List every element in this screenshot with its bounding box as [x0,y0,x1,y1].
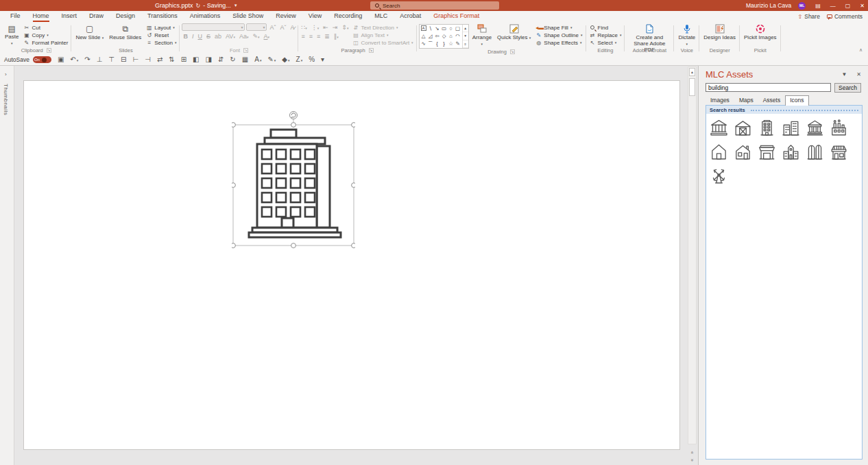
increase-indent-icon[interactable]: ⇥ [331,24,339,31]
tab-slide-show[interactable]: Slide Show [226,11,269,22]
result-market-stall-icon[interactable] [755,140,779,164]
align-right-icon[interactable]: ≡ [315,33,322,40]
align-top-icon[interactable]: ⊤ [108,56,114,63]
tab-review[interactable]: Review [269,11,302,22]
clear-formatting-icon[interactable]: A̷ [289,24,296,31]
tab-animations[interactable]: Animations [184,11,227,22]
shape-0-4-icon[interactable]: ○ [448,25,455,32]
gallery-more-icon[interactable]: ≡ [463,40,468,48]
shape-1-3-icon[interactable]: ◇ [441,32,448,40]
align-left-icon[interactable]: ⊢ [132,56,138,63]
tab-acrobat[interactable]: Acrobat [394,11,427,22]
bullets-icon[interactable]: ∷▾ [300,24,309,31]
previous-slide-icon[interactable]: « [690,451,695,453]
justify-icon[interactable]: ≣ [323,33,331,40]
outline-color-icon[interactable]: Z▾ [296,56,303,64]
shape-effects-button[interactable]: ◍Shape Effects▾ [534,39,583,46]
tab-draw[interactable]: Draw [83,11,110,22]
result-cottage-icon[interactable] [731,140,755,164]
send-backward-icon[interactable]: ◨ [206,56,212,63]
next-slide-icon[interactable]: » [690,459,695,461]
asset-search-input[interactable] [706,83,831,92]
comments-button[interactable]: Comments [827,13,863,20]
panel-close-icon[interactable]: ✕ [856,71,861,78]
arrange-button[interactable]: Arrange▾ [470,23,494,47]
tab-file[interactable]: File [4,11,27,22]
ribbon-display-options-icon[interactable]: ▤ [815,3,821,9]
align-center-icon[interactable]: ≡ [308,33,314,40]
shape-0-5-icon[interactable]: ▢ [455,25,461,32]
panel-menu-icon[interactable]: ▼ [841,71,847,78]
scrollbar-thumb[interactable] [689,78,695,96]
columns-icon[interactable]: ∥▾ [333,33,340,40]
close-icon[interactable]: ✕ [860,3,865,9]
shape-2-0-icon[interactable]: ∿ [420,40,427,47]
change-case-icon[interactable]: Aa▾ [238,33,250,40]
result-storefront-icon[interactable] [827,140,851,164]
fill-color-icon[interactable]: ◆▾ [282,56,289,64]
shape-fill-button[interactable]: ◂▬Shape Fill▾ [534,24,583,31]
user-name[interactable]: Maurizio La Cava [746,2,791,9]
shape-1-4-icon[interactable]: ⌂ [448,32,455,40]
design-ideas-button[interactable]: Design Ideas [701,23,738,47]
shape-gallery[interactable]: A∖↘▭○▢△◿⇦◇⌂◠∿⌒{}☆✎ ▲ ▼ ≡ [419,24,469,49]
percent-icon[interactable]: % [309,56,315,63]
redo-icon[interactable]: ↷ [84,56,90,63]
shape-2-3-icon[interactable]: } [441,40,448,47]
font-name-combobox[interactable]: ▾ [182,23,245,31]
shape-2-2-icon[interactable]: { [434,40,441,47]
decrease-font-size-icon[interactable]: Aˇ [278,24,287,31]
gallery-scroll-up-icon[interactable]: ▲ [463,25,468,32]
align-left-icon[interactable]: ≡ [300,33,306,40]
align-bottom-icon[interactable]: ⊥ [97,56,103,63]
cut-button[interactable]: ✂Cut [22,24,69,31]
restore-icon[interactable]: ▢ [845,3,851,9]
result-factory-icon[interactable] [827,116,851,140]
font-dialog-launcher[interactable]: ↘ [243,48,248,53]
tab-recording[interactable]: Recording [328,11,368,22]
flip-vertical-icon[interactable]: ⇵ [218,56,224,63]
tab-view[interactable]: View [302,11,328,22]
text-shadow-icon[interactable]: ab [213,33,223,40]
quick-styles-button[interactable]: Quick Styles ▾ [495,23,533,47]
result-city-buildings-icon[interactable] [779,116,803,140]
shape-1-0-icon[interactable]: △ [420,32,427,40]
align-text-button[interactable]: ▤Align Text▾ [351,32,414,38]
save-icon[interactable]: ▣ [58,56,64,63]
panel-tab-assets[interactable]: Assets [758,95,786,105]
result-school-building-icon[interactable] [779,140,803,164]
decrease-indent-icon[interactable]: ⇤ [322,24,330,31]
thumbnails-pane-collapsed[interactable]: › Thumbnails [0,66,14,465]
section-button[interactable]: ≡Section▾ [145,39,178,46]
convert-smartart-button[interactable]: ◫Convert to SmartArt▾ [351,39,414,46]
layout-button[interactable]: ▥Layout▾ [145,24,178,31]
panel-tab-maps[interactable]: Maps [734,95,758,105]
panel-tab-images[interactable]: Images [706,95,734,105]
font-size-combobox[interactable]: ▾ [246,23,267,31]
font-color-icon[interactable]: A▾ [254,56,261,64]
italic-icon[interactable]: I [191,33,195,40]
shape-0-0-icon[interactable]: A [421,25,426,31]
vertical-scrollbar[interactable]: ▲ [688,67,697,444]
paragraph-dialog-launcher[interactable]: ↘ [369,48,374,53]
create-share-pdf-button[interactable]: Create and Share Adobe PDF [627,23,672,47]
shape-2-5-icon[interactable]: ✎ [455,40,461,47]
tab-mlc[interactable]: MLC [368,11,394,22]
shape-0-2-icon[interactable]: ↘ [434,25,441,32]
copy-button[interactable]: ▣Copy▾ [22,32,69,38]
increase-font-size-icon[interactable]: Aˆ [268,24,277,31]
align-center-icon[interactable]: ⊞ [181,56,186,63]
highlight-color-icon[interactable]: ✎▾ [251,33,261,40]
dictate-button[interactable]: Dictate▾ [676,23,697,47]
distribute-horizontal-icon[interactable]: ⇄ [157,56,162,63]
numbering-icon[interactable]: ⋮▾ [310,24,321,31]
paste-button[interactable]: ▤ Paste▾ [3,23,21,47]
result-barn-icon[interactable] [731,116,755,140]
titlebar-search-box[interactable]: Search [370,1,499,10]
tab-design[interactable]: Design [110,11,141,22]
bold-icon[interactable]: B [182,33,189,40]
clipboard-dialog-launcher[interactable]: ↘ [47,48,51,53]
shape-1-1-icon[interactable]: ◿ [427,32,434,40]
highlight-color-icon[interactable]: ✎▾ [267,56,276,64]
replace-button[interactable]: ⇄Replace▾ [588,32,623,38]
